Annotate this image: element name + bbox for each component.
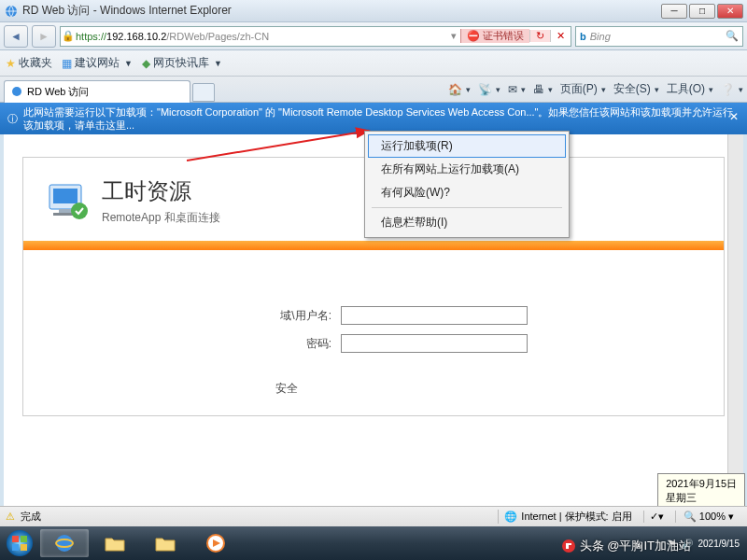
tools-menu[interactable]: 工具(O) (667, 81, 713, 97)
favorites-bar: ★ 收藏夹 ▦ 建议网站▼ ◆ 网页快讯库▼ (0, 50, 747, 77)
svg-rect-3 (53, 189, 78, 203)
menu-whats-risk[interactable]: 有何风险(W)? (368, 181, 566, 204)
help-icon: ❔ (721, 83, 735, 96)
search-placeholder: Bing (590, 31, 611, 42)
menu-run-addon[interactable]: 运行加载项(R) (368, 134, 566, 158)
svg-point-8 (7, 530, 33, 556)
taskbar: 头条 @平胸IT加油站 ⚑ 🔊 2021/9/15 (0, 526, 747, 560)
window-controls: ─ □ ✕ (661, 4, 743, 19)
stop-button[interactable]: ✕ (550, 30, 571, 42)
protected-mode-toggle[interactable]: ✓▾ (643, 511, 669, 523)
start-button[interactable] (0, 526, 39, 560)
date-tooltip: 2021年9月15日 星期三 (657, 473, 745, 508)
feeds-button[interactable]: 📡 (478, 83, 500, 96)
svg-rect-11 (12, 544, 19, 551)
search-box[interactable]: b Bing 🔍 (575, 26, 743, 47)
wmp-icon (206, 534, 225, 553)
annotation-arrow (187, 125, 383, 162)
username-input[interactable] (341, 306, 528, 325)
safety-menu[interactable]: 安全(S) (613, 81, 659, 97)
refresh-button[interactable]: ↻ (529, 30, 550, 42)
address-bar[interactable]: 🔒 https://192.168.10.2/RDWeb/Pages/zh-CN… (60, 26, 571, 47)
minimize-button[interactable]: ─ (661, 4, 687, 19)
forward-button[interactable]: ► (32, 25, 56, 48)
search-icon[interactable]: 🔍 (726, 30, 739, 42)
password-input[interactable] (341, 334, 528, 353)
url-text: https://192.168.10.2/RDWeb/Pages/zh-CN (76, 31, 447, 42)
rdweb-title: 工时资源 (102, 176, 220, 206)
vertical-scrollbar[interactable] (727, 134, 743, 511)
ie-icon (54, 533, 75, 553)
folder-icon (155, 535, 176, 552)
rdweb-logo-icon (44, 181, 89, 222)
zoom-indicator[interactable]: 🔍 100% ▾ (675, 511, 741, 523)
tray-date: 2021/9/15 (698, 539, 740, 549)
status-warning-icon: ⚠ (6, 511, 15, 523)
taskbar-explorer-2[interactable] (141, 529, 190, 557)
divider-bar (23, 241, 724, 250)
tab-rdweb[interactable]: RD Web 访问 (4, 80, 190, 103)
security-label: 安全 (23, 381, 724, 397)
home-button[interactable]: 🏠 (448, 83, 471, 96)
new-tab-button[interactable] (192, 83, 215, 102)
folder-icon (105, 535, 125, 552)
infobar-close-button[interactable]: ✕ (726, 110, 741, 125)
window-title: RD Web 访问 - Windows Internet Explorer (22, 3, 661, 19)
info-icon: ⓘ (7, 112, 18, 126)
windows-logo-icon (6, 529, 34, 557)
tab-label: RD Web 访问 (27, 85, 89, 99)
svg-point-6 (71, 203, 88, 219)
taskbar-ie[interactable] (40, 529, 89, 557)
back-button[interactable]: ◄ (4, 25, 28, 48)
rdweb-subtitle: RemoteApp 和桌面连接 (102, 210, 220, 226)
svg-point-13 (56, 535, 73, 552)
star-icon: ★ (6, 57, 16, 70)
site-icon: ▦ (62, 57, 72, 70)
favorites-button[interactable]: ★ 收藏夹 (6, 55, 52, 71)
watermark: 头条 @平胸IT加油站 (561, 538, 691, 554)
svg-rect-10 (21, 536, 27, 542)
help-button[interactable]: ❔ (721, 83, 743, 96)
ie-icon (4, 4, 19, 19)
search-provider-icon: b (580, 31, 586, 42)
svg-rect-9 (12, 536, 19, 542)
ie-icon (10, 85, 23, 98)
mail-icon: ✉ (508, 83, 517, 96)
navigation-bar: ◄ ► 🔒 https://192.168.10.2/RDWeb/Pages/z… (0, 22, 747, 50)
mail-button[interactable]: ✉ (508, 83, 526, 96)
cert-error-badge[interactable]: ⛔ 证书错误 (460, 29, 529, 43)
internet-icon: 🌐 (504, 511, 517, 523)
page-menu[interactable]: 页面(P) (560, 81, 606, 97)
slice-icon: ◆ (142, 57, 150, 70)
tab-bar: RD Web 访问 🏠 📡 ✉ 🖶 页面(P) 安全(S) 工具(O) ❔ (0, 77, 747, 103)
zone-indicator[interactable]: 🌐 Internet | 保护模式: 启用 (498, 510, 637, 524)
home-icon: 🏠 (448, 83, 462, 96)
taskbar-explorer[interactable] (91, 529, 139, 557)
close-button[interactable]: ✕ (717, 4, 743, 19)
taskbar-media-player[interactable] (191, 529, 240, 557)
svg-line-7 (187, 131, 369, 161)
svg-rect-12 (21, 544, 27, 551)
svg-point-1 (12, 87, 21, 96)
username-label: 域\用户名: (219, 308, 331, 324)
status-text: 完成 (21, 510, 41, 524)
rss-icon: 📡 (478, 83, 492, 96)
lock-icon: 🔒 (61, 30, 76, 42)
maximize-button[interactable]: □ (689, 4, 715, 19)
suggested-sites-link[interactable]: ▦ 建议网站▼ (62, 55, 133, 71)
web-slice-link[interactable]: ◆ 网页快讯库▼ (142, 55, 222, 71)
menu-separator (372, 207, 562, 208)
watermark-icon (561, 539, 576, 553)
svg-rect-4 (59, 209, 72, 213)
print-button[interactable]: 🖶 (533, 83, 553, 96)
infobar-context-menu: 运行加载项(R) 在所有网站上运行加载项(A) 有何风险(W)? 信息栏帮助(I… (364, 131, 570, 238)
printer-icon: 🖶 (533, 83, 544, 96)
status-bar: ⚠ 完成 🌐 Internet | 保护模式: 启用 ✓▾ 🔍 100% ▾ (0, 506, 747, 526)
cert-error-icon: ⛔ (467, 30, 480, 42)
menu-infobar-help[interactable]: 信息栏帮助(I) (368, 211, 566, 234)
window-titlebar: RD Web 访问 - Windows Internet Explorer ─ … (0, 0, 747, 22)
password-label: 密码: (219, 336, 331, 352)
menu-run-all-sites[interactable]: 在所有网站上运行加载项(A) (368, 158, 566, 181)
